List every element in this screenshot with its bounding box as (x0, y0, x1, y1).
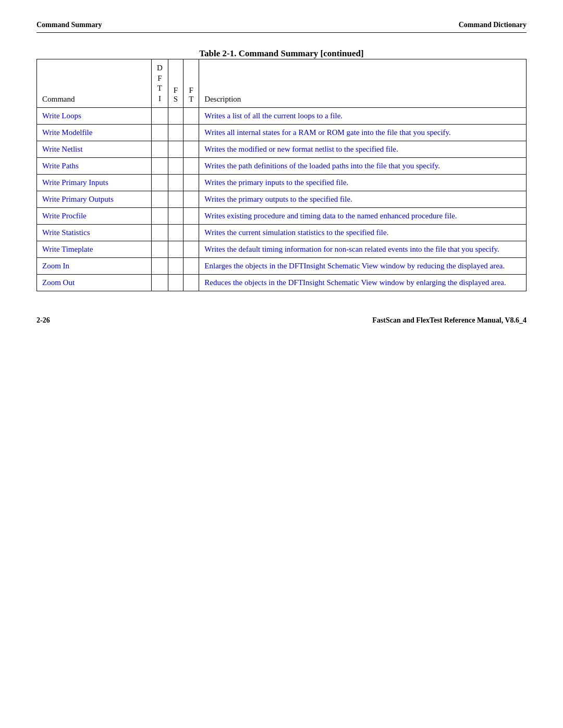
fs-cell (168, 108, 183, 125)
description-cell: Writes the current simulation statistics… (199, 225, 527, 241)
command-cell[interactable]: Write Statistics (37, 225, 152, 241)
table-row: Write LoopsWrites a list of all the curr… (37, 108, 527, 125)
ft-cell (183, 191, 199, 208)
th-fs: FS (168, 59, 183, 108)
ft-cell (183, 125, 199, 141)
th-description: Description (199, 59, 527, 108)
dfti-cell (152, 241, 168, 258)
table-row: Write StatisticsWrites the current simul… (37, 225, 527, 241)
dfti-cell (152, 258, 168, 275)
command-link[interactable]: Write Paths (42, 162, 79, 170)
header-right: Command Dictionary (459, 21, 527, 29)
fs-cell (168, 258, 183, 275)
ft-cell (183, 141, 199, 158)
th-command: Command (37, 59, 152, 108)
ft-cell (183, 158, 199, 175)
ft-cell (183, 275, 199, 291)
ft-cell (183, 175, 199, 191)
description-cell: Writes all internal states for a RAM or … (199, 125, 527, 141)
description-cell: Reduces the objects in the DFTInsight Sc… (199, 275, 527, 291)
dfti-cell (152, 275, 168, 291)
ft-cell (183, 225, 199, 241)
dfti-cell (152, 191, 168, 208)
fs-cell (168, 191, 183, 208)
th-ft: FT (183, 59, 199, 108)
table-body: Write LoopsWrites a list of all the curr… (37, 108, 527, 291)
command-table: Command DFTI FS FT Description Write Loo… (36, 59, 527, 291)
command-cell[interactable]: Write Modelfile (37, 125, 152, 141)
command-cell[interactable]: Write Timeplate (37, 241, 152, 258)
command-cell[interactable]: Write Paths (37, 158, 152, 175)
description-cell: Writes a list of all the current loops t… (199, 108, 527, 125)
description-cell: Writes the path definitions of the loade… (199, 158, 527, 175)
ft-cell (183, 258, 199, 275)
table-row: Zoom OutReduces the objects in the DFTIn… (37, 275, 527, 291)
dfti-cell (152, 108, 168, 125)
ft-cell (183, 108, 199, 125)
fs-cell (168, 141, 183, 158)
table-row: Write Primary OutputsWrites the primary … (37, 191, 527, 208)
fs-cell (168, 241, 183, 258)
page: Command Summary Command Dictionary Table… (0, 0, 563, 728)
ft-cell (183, 208, 199, 225)
command-link[interactable]: Write Primary Outputs (42, 195, 114, 203)
table-title: Table 2-1. Command Summary [continued] (36, 48, 527, 59)
description-cell: Writes the primary inputs to the specifi… (199, 175, 527, 191)
dfti-cell (152, 175, 168, 191)
fs-cell (168, 225, 183, 241)
description-cell: Writes the default timing information fo… (199, 241, 527, 258)
command-link[interactable]: Write Timeplate (42, 245, 93, 253)
command-cell[interactable]: Write Netlist (37, 141, 152, 158)
command-link[interactable]: Zoom Out (42, 278, 75, 287)
table-row: Write Primary InputsWrites the primary i… (37, 175, 527, 191)
command-cell[interactable]: Write Primary Outputs (37, 191, 152, 208)
description-cell: Enlarges the objects in the DFTInsight S… (199, 258, 527, 275)
command-link[interactable]: Write Statistics (42, 228, 90, 237)
table-row: Write ModelfileWrites all internal state… (37, 125, 527, 141)
footer-manual-title: FastScan and FlexTest Reference Manual, … (372, 316, 527, 325)
command-link[interactable]: Write Loops (42, 112, 81, 120)
dfti-cell (152, 158, 168, 175)
fs-cell (168, 275, 183, 291)
command-link[interactable]: Write Netlist (42, 145, 82, 153)
table-row: Zoom InEnlarges the objects in the DFTIn… (37, 258, 527, 275)
page-footer: 2-26 FastScan and FlexTest Reference Man… (36, 312, 527, 325)
fs-cell (168, 125, 183, 141)
page-header: Command Summary Command Dictionary (36, 21, 527, 33)
table-header-row: Command DFTI FS FT Description (37, 59, 527, 108)
dfti-cell (152, 225, 168, 241)
th-dfti: DFTI (152, 59, 168, 108)
header-left: Command Summary (36, 21, 102, 29)
dfti-cell (152, 208, 168, 225)
command-cell[interactable]: Zoom In (37, 258, 152, 275)
command-link[interactable]: Write Procfile (42, 212, 87, 220)
command-cell[interactable]: Write Procfile (37, 208, 152, 225)
footer-page-number: 2-26 (36, 316, 50, 325)
dfti-cell (152, 125, 168, 141)
command-link[interactable]: Write Primary Inputs (42, 178, 108, 187)
command-cell[interactable]: Write Primary Inputs (37, 175, 152, 191)
dfti-cell (152, 141, 168, 158)
ft-cell (183, 241, 199, 258)
command-cell[interactable]: Write Loops (37, 108, 152, 125)
description-cell: Writes existing procedure and timing dat… (199, 208, 527, 225)
command-cell[interactable]: Zoom Out (37, 275, 152, 291)
fs-cell (168, 208, 183, 225)
description-cell: Writes the modified or new format netlis… (199, 141, 527, 158)
table-row: Write PathsWrites the path definitions o… (37, 158, 527, 175)
table-row: Write TimeplateWrites the default timing… (37, 241, 527, 258)
table-row: Write NetlistWrites the modified or new … (37, 141, 527, 158)
fs-cell (168, 158, 183, 175)
fs-cell (168, 175, 183, 191)
command-link[interactable]: Zoom In (42, 262, 69, 270)
description-cell: Writes the primary outputs to the specif… (199, 191, 527, 208)
table-row: Write ProcfileWrites existing procedure … (37, 208, 527, 225)
command-link[interactable]: Write Modelfile (42, 128, 92, 137)
